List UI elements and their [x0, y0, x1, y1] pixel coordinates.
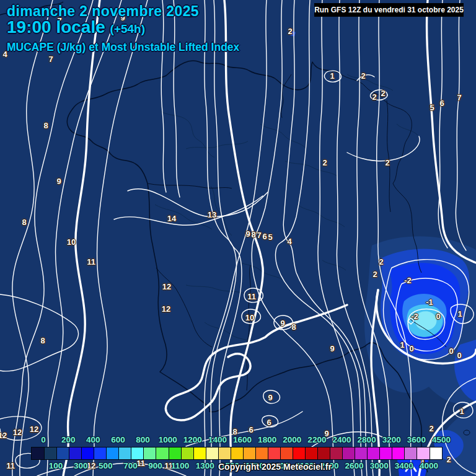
model-run-info: Run GFS 12Z du vendredi 31 octobre 2025	[314, 3, 464, 17]
forecast-offset: (+54h)	[110, 22, 146, 35]
weather-map-page: 7947212225672289810111413987654121211109…	[0, 0, 476, 476]
parameter-subtitle: MUCAPE (J/kg) et Most Unstable Lifted In…	[7, 41, 239, 54]
time-local: 19:00 locale	[7, 17, 105, 37]
time-title: 19:00 locale (+54h)	[7, 17, 145, 37]
title-layer: dimanche 2 novembre 2025 19:00 locale (+…	[0, 0, 476, 476]
